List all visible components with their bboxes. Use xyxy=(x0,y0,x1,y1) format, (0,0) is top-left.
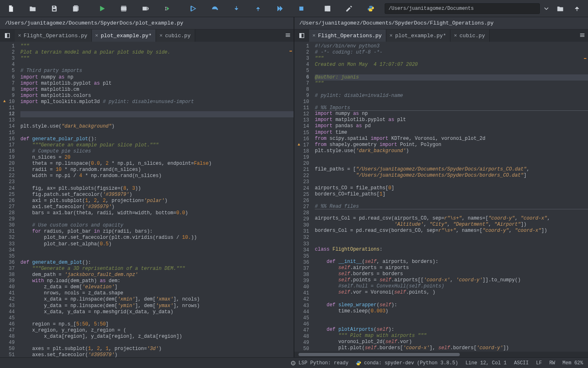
step-over-button[interactable] xyxy=(207,2,222,15)
working-directory-input[interactable] xyxy=(385,3,540,14)
horizontal-scrollbar[interactable] xyxy=(294,352,588,357)
run-cell-advance-button[interactable] xyxy=(138,2,153,15)
close-icon[interactable]: × xyxy=(454,33,457,39)
tab[interactable]: ×Flight_Operations.py xyxy=(309,29,386,42)
tab-options-icon[interactable] xyxy=(579,32,586,40)
close-icon[interactable]: × xyxy=(18,33,21,39)
tab[interactable]: ×plot_example.py* xyxy=(386,29,451,42)
warning-icon[interactable]: ▲ xyxy=(3,99,6,104)
status-env[interactable]: conda: spyder-dev (Python 3.8.5) xyxy=(356,360,458,366)
file-path-right: /Users/juanitagomez/Documents/SpyderDocs… xyxy=(294,17,588,29)
svg-rect-3 xyxy=(143,7,147,10)
step-into-button[interactable] xyxy=(229,2,244,15)
svg-rect-2 xyxy=(121,7,126,10)
editor-left[interactable]: 12345678910▲1112131415161718192021222324… xyxy=(0,42,294,357)
svg-rect-7 xyxy=(299,7,303,10)
tabbar-right: ×Flight_Operations.py×plot_example.py*×c… xyxy=(294,29,588,42)
svg-rect-11 xyxy=(5,34,7,38)
tab[interactable]: ×plot_example.py* xyxy=(92,29,156,42)
tab-label: plot_example.py* xyxy=(101,33,152,39)
tab-label: cubic.py xyxy=(459,33,485,39)
svg-rect-5 xyxy=(191,6,192,11)
status-rw: RW xyxy=(549,360,555,366)
tab-browse-icon[interactable] xyxy=(297,31,307,40)
tab-label: Flight_Operations.py xyxy=(318,33,382,39)
editor-pane-left: /Users/juanitagomez/Documents/SpyderDocs… xyxy=(0,17,294,357)
svg-text:I: I xyxy=(165,6,167,11)
close-icon[interactable]: × xyxy=(159,33,163,39)
tab-label: cubic.py xyxy=(165,33,190,39)
tab-label: Flight_Operations.py xyxy=(24,33,87,39)
warning-icon[interactable]: ▲ xyxy=(298,142,300,148)
tab-options-icon[interactable] xyxy=(285,32,291,40)
status-eol: LF xyxy=(536,360,542,366)
main-toolbar: I xyxy=(0,0,588,17)
tab-browse-icon[interactable] xyxy=(2,31,12,40)
open-file-button[interactable] xyxy=(25,2,40,15)
status-cursor-position: Line 12, Col 1 xyxy=(466,360,507,366)
svg-rect-0 xyxy=(53,6,55,8)
python-path-button[interactable] xyxy=(363,2,378,15)
close-icon[interactable]: × xyxy=(390,33,393,39)
close-icon[interactable]: × xyxy=(312,33,316,39)
save-button[interactable] xyxy=(47,2,62,15)
svg-point-6 xyxy=(217,9,218,9)
status-encoding: ASCII xyxy=(514,360,529,366)
svg-rect-9 xyxy=(327,6,330,11)
close-icon[interactable]: × xyxy=(95,33,98,39)
tab-label: plot_example.py* xyxy=(395,33,446,39)
save-all-button[interactable] xyxy=(68,2,83,15)
tab[interactable]: ×cubic.py xyxy=(156,29,195,42)
preferences-button[interactable] xyxy=(342,2,357,15)
debug-button[interactable] xyxy=(185,2,200,15)
tab[interactable]: ×cubic.py xyxy=(450,29,489,42)
run-cell-button[interactable] xyxy=(116,2,131,15)
tab[interactable]: ×Flight_Operations.py xyxy=(15,29,92,42)
status-memory: Mem 62% xyxy=(563,360,583,366)
maximize-pane-button[interactable] xyxy=(320,2,335,15)
statusbar: LSP Python: ready conda: spyder-dev (Pyt… xyxy=(0,357,588,368)
editor-right[interactable]: 1234567891011121314151617▲18192021222324… xyxy=(294,42,588,352)
tabbar-left: ×Flight_Operations.py×plot_example.py*×c… xyxy=(0,29,294,42)
editor-panes: /Users/juanitagomez/Documents/SpyderDocs… xyxy=(0,17,588,357)
continue-button[interactable] xyxy=(272,2,287,15)
editor-pane-right: /Users/juanitagomez/Documents/SpyderDocs… xyxy=(294,17,588,357)
svg-rect-13 xyxy=(300,34,301,38)
svg-rect-1 xyxy=(53,9,56,11)
run-button[interactable] xyxy=(94,2,109,15)
working-directory-dropdown[interactable] xyxy=(541,2,550,15)
step-out-button[interactable] xyxy=(250,2,265,15)
parent-directory-button[interactable] xyxy=(569,2,584,15)
stop-button[interactable] xyxy=(294,2,309,15)
status-lsp[interactable]: LSP Python: ready xyxy=(290,360,348,366)
file-path-left: /Users/juanitagomez/Documents/SpyderDocs… xyxy=(0,17,294,29)
new-file-button[interactable] xyxy=(3,2,18,15)
run-selection-button[interactable]: I xyxy=(159,2,174,15)
browse-directory-button[interactable] xyxy=(552,2,568,15)
